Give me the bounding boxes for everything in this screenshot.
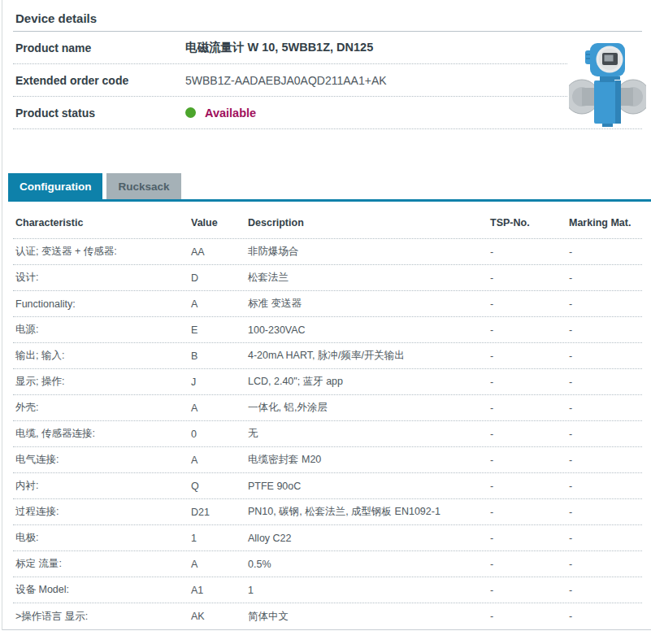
cell-tsp-no: - <box>490 559 569 570</box>
product-status-label: Product status <box>15 107 185 120</box>
header-description: Description <box>248 217 490 228</box>
cell-tsp-no: - <box>490 272 569 284</box>
cell-characteristic: 标定 流量: <box>15 557 191 571</box>
cell-description: 电缆密封套 M20 <box>248 453 490 467</box>
cell-value: A <box>191 455 248 466</box>
cell-value: J <box>191 376 248 388</box>
product-name-label: Product name <box>15 41 185 54</box>
table-row: 设计:D松套法兰-- <box>13 265 642 291</box>
cell-characteristic: 电极: <box>15 531 191 545</box>
cell-description: LCD, 2.40"; 蓝牙 app <box>248 375 490 389</box>
cell-characteristic: 过程连接: <box>15 505 191 519</box>
table-row: 内衬:QPTFE 90oC-- <box>13 473 642 499</box>
cell-characteristic: 设计: <box>15 271 191 285</box>
cell-tsp-no: - <box>490 298 569 310</box>
status-available-icon <box>185 107 196 118</box>
cell-tsp-no: - <box>490 481 569 492</box>
configuration-table: Characteristic Value Description TSP-No.… <box>2 202 651 630</box>
cell-value: A <box>191 559 248 570</box>
table-header-row: Characteristic Value Description TSP-No.… <box>13 202 642 239</box>
cell-tsp-no: - <box>490 611 569 622</box>
cell-description: Alloy C22 <box>248 533 490 544</box>
header-tsp-no: TSP-No. <box>490 217 569 228</box>
cell-value: AK <box>191 611 248 622</box>
status-text: Available <box>205 107 256 120</box>
tab-configuration[interactable]: Configuration <box>8 173 102 199</box>
extended-order-code-row: Extended order code 5WBB1Z-AADAEBJA0AQD2… <box>13 64 567 97</box>
cell-marking-mat: - <box>569 324 642 336</box>
cell-marking-mat: - <box>569 559 642 570</box>
cell-marking-mat: - <box>569 376 642 388</box>
cell-characteristic: 输出; 输入: <box>15 349 191 363</box>
table-row: 标定 流量:A0.5%-- <box>13 551 642 577</box>
cell-tsp-no: - <box>490 585 569 596</box>
table-row: 显示; 操作:JLCD, 2.40"; 蓝牙 app-- <box>13 369 642 395</box>
cell-description: 4-20mA HART, 脉冲/频率/开关输出 <box>248 349 490 363</box>
cell-value: D21 <box>191 507 248 518</box>
cell-description: 非防爆场合 <box>248 245 490 259</box>
cell-marking-mat: - <box>569 507 642 518</box>
cell-tsp-no: - <box>490 507 569 518</box>
product-name-rest: W 10, 5WBB1Z, DN125 <box>245 41 374 54</box>
table-body: 认证; 变送器 + 传感器:AA非防爆场合--设计:D松套法兰--Functio… <box>2 239 651 629</box>
cell-characteristic: 电源: <box>15 323 191 337</box>
header-value: Value <box>191 217 248 228</box>
cell-marking-mat: - <box>569 533 642 544</box>
table-row: 电气连接:A电缆密封套 M20-- <box>13 447 642 473</box>
table-row: 输出; 输入:B4-20mA HART, 脉冲/频率/开关输出-- <box>13 343 642 369</box>
table-row: 电极:1Alloy C22-- <box>13 525 642 551</box>
tab-bar: Configuration Rucksack <box>8 173 181 199</box>
cell-description: 标准 变送器 <box>248 297 490 311</box>
cell-marking-mat: - <box>569 585 642 596</box>
table-row: Functionality:A标准 变送器-- <box>13 291 642 317</box>
cell-marking-mat: - <box>569 402 642 414</box>
cell-value: D <box>191 272 248 284</box>
cell-characteristic: 电缆, 传感器连接: <box>15 427 191 441</box>
cell-marking-mat: - <box>569 611 642 622</box>
extended-order-code-value: 5WBB1Z-AADAEBJA0AQD211AA1+AK <box>185 74 387 87</box>
cell-description: 松套法兰 <box>248 271 490 285</box>
table-row: 过程连接:D21PN10, 碳钢, 松套法兰, 成型钢板 EN1092-1-- <box>13 499 642 525</box>
cell-marking-mat: - <box>569 298 642 310</box>
cell-characteristic: 外壳: <box>15 401 191 415</box>
cell-tsp-no: - <box>490 533 569 544</box>
cell-tsp-no: - <box>490 324 569 336</box>
table-row: >操作语言 显示:AK简体中文-- <box>13 603 642 629</box>
table-row: 电缆, 传感器连接:0无-- <box>13 421 642 447</box>
product-image-flowmeter-icon <box>569 42 646 129</box>
cell-marking-mat: - <box>569 272 642 284</box>
cell-description: 无 <box>248 427 490 441</box>
cell-value: B <box>191 350 248 362</box>
device-details-title: Device details <box>13 11 642 32</box>
cell-value: A <box>191 402 248 414</box>
cell-characteristic: 显示; 操作: <box>15 375 191 389</box>
cell-description: 简体中文 <box>248 610 490 624</box>
cell-value: A <box>191 298 248 310</box>
table-row: 设备 Model:A11-- <box>13 577 642 603</box>
cell-tsp-no: - <box>490 402 569 414</box>
product-name-row: Product name 电磁流量计 W 10, 5WBB1Z, DN125 <box>13 32 567 64</box>
cell-tsp-no: - <box>490 246 569 258</box>
cell-value: 0 <box>191 429 248 440</box>
cell-description: PTFE 90oC <box>248 481 490 492</box>
cell-value: AA <box>191 246 248 258</box>
cell-description: 100-230VAC <box>248 324 490 336</box>
cell-characteristic: 认证; 变送器 + 传感器: <box>15 245 191 259</box>
cell-marking-mat: - <box>569 246 642 258</box>
table-row: 认证; 变送器 + 传感器:AA非防爆场合-- <box>13 239 642 265</box>
cell-characteristic: 电气连接: <box>15 453 191 467</box>
cell-characteristic: Functionality: <box>15 298 191 310</box>
cell-value: E <box>191 324 248 336</box>
header-characteristic: Characteristic <box>15 217 191 228</box>
cell-marking-mat: - <box>569 481 642 492</box>
cell-description: 一体化, 铝,外涂层 <box>248 401 490 415</box>
cell-tsp-no: - <box>490 455 569 466</box>
cell-description: 0.5% <box>248 559 490 570</box>
cell-characteristic: 设备 Model: <box>15 583 191 597</box>
cell-value: 1 <box>191 533 248 544</box>
tab-rucksack[interactable]: Rucksack <box>106 173 180 199</box>
cell-value: Q <box>191 481 248 492</box>
cell-characteristic: >操作语言 显示: <box>15 610 191 624</box>
device-viewer-page: Device details Product name 电磁流量计 W 10, … <box>0 0 651 644</box>
product-name-cn: 电磁流量计 <box>185 41 245 54</box>
